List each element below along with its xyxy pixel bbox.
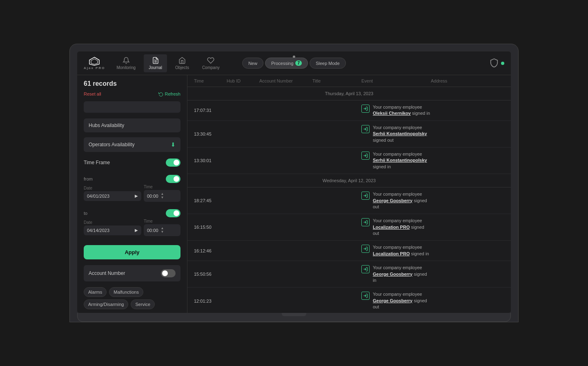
nav-monitoring-label: Monitoring xyxy=(116,65,136,70)
table-row: 12:01:23 Your xyxy=(187,288,511,313)
table-row: 13:30:45 Your xyxy=(187,121,511,147)
table-header: Time Hub ID Account Number Title Event A… xyxy=(187,75,511,87)
from-toggle[interactable] xyxy=(166,175,180,183)
event-icon xyxy=(361,245,370,253)
top-nav: Ajax PRO Monitoring xyxy=(77,51,511,75)
event-icon xyxy=(361,105,370,113)
sidebar: 61 records Reset all Refresh xyxy=(77,75,187,313)
from-date-label: Date xyxy=(84,186,141,190)
to-date-label: Date xyxy=(84,220,141,225)
tag-malfunctions[interactable]: Malfunctions xyxy=(109,287,143,297)
tag-service[interactable]: Service xyxy=(131,299,155,309)
refresh-button[interactable]: Refresh xyxy=(158,92,180,96)
to-time-stepper[interactable]: ▲ ▼ xyxy=(161,227,164,234)
apply-button[interactable]: Apply xyxy=(84,245,180,259)
nav-center-buttons: New Processing 7 Sleep Mode xyxy=(242,58,346,69)
main-content: 61 records Reset all Refresh xyxy=(77,75,511,313)
from-time-down[interactable]: ▼ xyxy=(161,196,164,199)
to-time-up[interactable]: ▲ xyxy=(161,227,164,230)
tag-arming-disarming[interactable]: Arming/Disarming xyxy=(84,299,128,309)
from-section: from Date 04/01/2023 ▶ xyxy=(77,173,187,208)
from-date-field[interactable]: 04/01/2023 ▶ xyxy=(84,191,141,201)
hubs-availability-section: Hubs Availability xyxy=(77,116,187,137)
download-icon: ⬇ xyxy=(171,141,176,148)
th-event: Event xyxy=(361,78,431,83)
sleep-mode-button[interactable]: Sleep Mode xyxy=(310,58,346,69)
processing-badge: 7 xyxy=(296,60,302,66)
th-address: Address xyxy=(431,78,504,83)
to-label: to xyxy=(84,209,180,217)
from-time-stepper[interactable]: ▲ ▼ xyxy=(161,192,164,199)
status-dot xyxy=(501,62,504,65)
sidebar-actions: Reset all Refresh xyxy=(77,90,187,100)
nav-company-label: Company xyxy=(202,65,220,70)
event-icon xyxy=(361,218,370,226)
timeframe-section: Time Frame xyxy=(77,157,187,173)
timeframe-label: Time Frame xyxy=(84,160,110,165)
to-time-field[interactable]: 00:00 ▲ ▼ xyxy=(144,224,180,236)
new-button[interactable]: New xyxy=(242,58,263,69)
search-bar[interactable] xyxy=(84,101,180,113)
operators-availability-label: Operators Availability xyxy=(89,142,135,147)
journal-table: Time Hub ID Account Number Title Event A… xyxy=(187,75,511,313)
from-time-label: Time xyxy=(144,185,180,189)
date-separator-2: Wednesday, April 12, 2023 xyxy=(187,174,511,187)
nav-logo: Ajax PRO xyxy=(84,57,105,70)
account-number-row[interactable]: Account Number xyxy=(84,265,180,281)
reset-all-button[interactable]: Reset all xyxy=(84,92,101,96)
processing-button[interactable]: Processing 7 xyxy=(265,58,308,69)
to-toggle[interactable] xyxy=(166,209,180,217)
table-row: 13:30:01 Your xyxy=(187,147,511,174)
operators-availability-section: Operators Availability ⬇ xyxy=(77,137,187,157)
th-account-number: Account Number xyxy=(259,78,312,83)
from-label: from xyxy=(84,175,180,183)
event-icon xyxy=(361,192,370,200)
event-icon xyxy=(361,265,370,273)
to-section: to Date 04/14/2023 ▶ xyxy=(77,208,187,242)
nav-shield xyxy=(490,58,504,69)
from-time-up[interactable]: ▲ xyxy=(161,192,164,196)
timeframe-header: Time Frame xyxy=(84,158,180,167)
logo-icon xyxy=(89,57,100,66)
to-time-down[interactable]: ▼ xyxy=(161,230,164,234)
account-number-label: Account Number xyxy=(89,270,125,276)
table-row: 15:50:56 Your xyxy=(187,261,511,288)
event-icon xyxy=(361,292,370,300)
tag-alarms[interactable]: Alarms xyxy=(84,287,107,297)
nav-item-monitoring[interactable]: Monitoring xyxy=(111,54,140,72)
hubs-availability-row[interactable]: Hubs Availability xyxy=(84,118,180,132)
to-date-time-row: Date 04/14/2023 ▶ Time 00:00 xyxy=(84,219,180,236)
event-icon xyxy=(361,152,370,160)
to-time-label: Time xyxy=(144,219,180,223)
account-section: Account Number xyxy=(77,263,187,284)
logo-text: Ajax PRO xyxy=(84,66,105,70)
table-row: 18:27:45 Your xyxy=(187,187,511,214)
nav-item-objects[interactable]: Objects xyxy=(170,54,194,72)
th-title: Title xyxy=(312,78,361,83)
th-time: Time xyxy=(194,78,227,83)
timeframe-toggle[interactable] xyxy=(166,158,180,167)
to-date-field[interactable]: 04/14/2023 ▶ xyxy=(84,225,141,235)
event-icon xyxy=(361,125,370,133)
nav-journal-label: Journal xyxy=(149,65,162,70)
to-date-arrow-icon: ▶ xyxy=(135,228,138,232)
from-date-time-row: Date 04/01/2023 ▶ Time 00:00 xyxy=(84,185,180,202)
date-separator-1: Thursday, April 13, 2023 xyxy=(187,87,511,100)
nav-item-journal[interactable]: Journal xyxy=(144,54,167,72)
tags-section: Alarms Malfunctions Arming/Disarming Ser… xyxy=(77,284,187,312)
operators-availability-row[interactable]: Operators Availability ⬇ xyxy=(84,137,180,152)
nav-item-company[interactable]: Company xyxy=(197,54,225,72)
from-time-field[interactable]: 00:00 ▲ ▼ xyxy=(144,190,180,202)
table-row: 17:07:31 Your xyxy=(187,100,511,121)
th-hub-id: Hub ID xyxy=(227,78,259,83)
records-count: 61 records xyxy=(84,80,117,87)
table-row: 16:15:50 Your xyxy=(187,214,511,241)
account-toggle[interactable] xyxy=(161,269,176,277)
sidebar-header: 61 records xyxy=(77,75,187,90)
date-arrow-icon: ▶ xyxy=(135,194,138,198)
table-row: 16:12:46 Your xyxy=(187,241,511,261)
hubs-availability-label: Hubs Availability xyxy=(89,123,124,128)
nav-objects-label: Objects xyxy=(175,65,189,70)
